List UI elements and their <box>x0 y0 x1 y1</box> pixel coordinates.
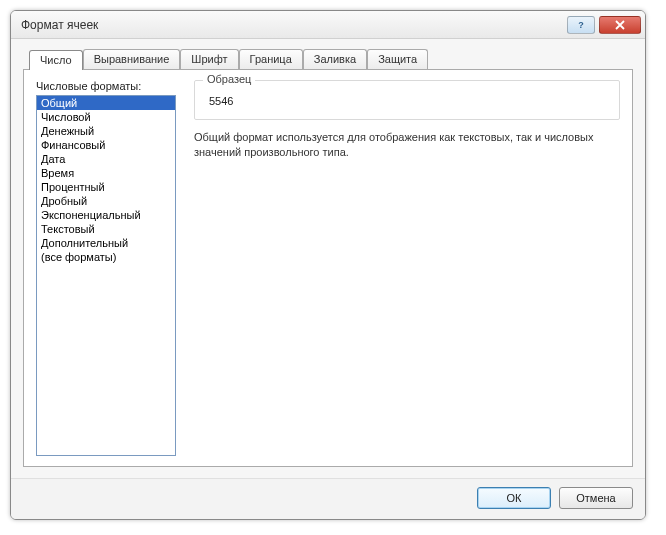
titlebar: Формат ячеек ? <box>11 11 645 39</box>
sample-label: Образец <box>203 73 255 85</box>
cancel-button[interactable]: Отмена <box>559 487 633 509</box>
list-item[interactable]: (все форматы) <box>37 250 175 264</box>
close-button[interactable] <box>599 16 641 34</box>
sample-value: 5546 <box>205 93 609 109</box>
list-item[interactable]: Время <box>37 166 175 180</box>
format-listbox[interactable]: ОбщийЧисловойДенежныйФинансовыйДатаВремя… <box>36 95 176 456</box>
window-title: Формат ячеек <box>21 18 563 32</box>
list-item[interactable]: Дата <box>37 152 175 166</box>
left-column: Числовые форматы: ОбщийЧисловойДенежныйФ… <box>36 80 176 456</box>
tab-3[interactable]: Граница <box>239 49 303 69</box>
dialog-body: ЧислоВыравниваниеШрифтГраницаЗаливкаЗащи… <box>11 39 645 478</box>
tab-5[interactable]: Защита <box>367 49 428 69</box>
list-item[interactable]: Текстовый <box>37 222 175 236</box>
right-column: Образец 5546 Общий формат используется д… <box>194 80 620 456</box>
help-icon: ? <box>576 20 586 30</box>
close-icon <box>614 20 626 30</box>
tab-0[interactable]: Число <box>29 50 83 70</box>
tab-strip: ЧислоВыравниваниеШрифтГраницаЗаливкаЗащи… <box>29 49 633 69</box>
tab-panel-number: Числовые форматы: ОбщийЧисловойДенежныйФ… <box>23 69 633 467</box>
list-item[interactable]: Дробный <box>37 194 175 208</box>
list-item[interactable]: Финансовый <box>37 138 175 152</box>
formats-label: Числовые форматы: <box>36 80 176 92</box>
help-button[interactable]: ? <box>567 16 595 34</box>
ok-button[interactable]: ОК <box>477 487 551 509</box>
list-item[interactable]: Денежный <box>37 124 175 138</box>
list-item[interactable]: Экспоненциальный <box>37 208 175 222</box>
tab-1[interactable]: Выравнивание <box>83 49 181 69</box>
list-item[interactable]: Процентный <box>37 180 175 194</box>
dialog-window: Формат ячеек ? ЧислоВыравниваниеШрифтГра… <box>10 10 646 520</box>
dialog-footer: ОК Отмена <box>11 478 645 519</box>
sample-group: Образец 5546 <box>194 80 620 120</box>
list-item[interactable]: Числовой <box>37 110 175 124</box>
tab-2[interactable]: Шрифт <box>180 49 238 69</box>
format-description: Общий формат используется для отображени… <box>194 130 620 160</box>
svg-text:?: ? <box>578 20 584 30</box>
list-item[interactable]: Дополнительный <box>37 236 175 250</box>
tab-4[interactable]: Заливка <box>303 49 367 69</box>
list-item[interactable]: Общий <box>37 96 175 110</box>
